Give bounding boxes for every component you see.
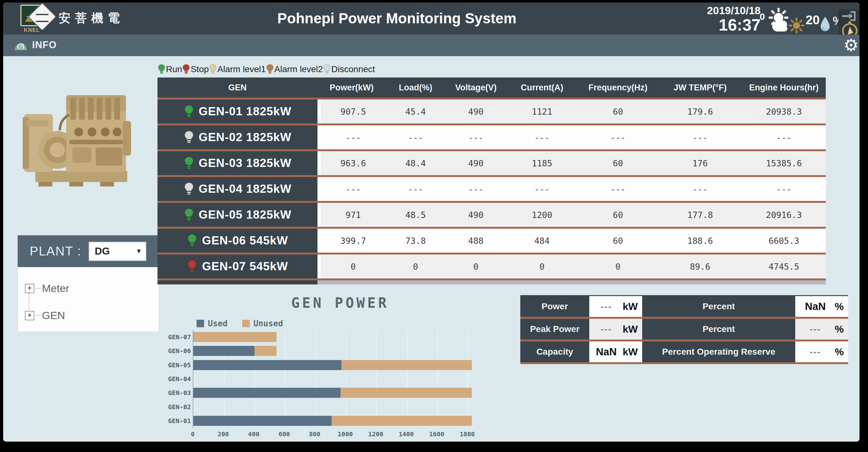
chart-y-label: GEN-01 [168,417,193,425]
table-row: GEN-04 1825kW --------------------- [157,175,826,201]
summary-label2: Percent [642,319,795,339]
bar-unused [332,416,471,426]
gen-value-cell: 20938.3 [742,99,826,123]
gen-row-label[interactable]: GEN-04 1825kW [157,177,317,201]
gridline [376,330,377,428]
plant-selector-panel: PLANT : DG ▼ [18,235,158,267]
generator-table: GENPower(kW)Load(%)Voltage(V)Current(A)F… [157,78,826,284]
gen-value-cell: 0 [445,254,506,278]
column-header: Power(kW) [317,78,386,98]
summary-unit: kW [623,346,638,358]
summary-value: --- [592,324,621,334]
table-row: GEN-05 1825kW 97148.5490120060177.820916… [157,201,826,227]
chevron-down-icon: ▼ [136,248,142,255]
temperature-sun-icon [788,18,804,33]
summary-value2: NaN [798,301,833,312]
gen-value-cell: 0 [386,254,445,278]
summary-label2: Percent Operating Reserve [642,341,795,362]
chart-x-tick: 0 [191,430,195,438]
power-summary-table: Power ---kW Percent NaN% Peak Power ---k… [520,295,848,364]
settings-gear-icon[interactable]: ⚙ [843,35,859,56]
legend-item-label: Stop [190,64,209,74]
bar-unused [340,388,472,398]
gen-row-label[interactable]: GEN-05 1825kW [157,203,317,227]
logo-text: KNEL [24,27,40,33]
tab-info[interactable]: INFO [32,39,57,51]
gen-value-cell: 907.5 [317,99,386,123]
gen-row-label[interactable]: GEN-06 545kW [157,229,317,252]
gen-value-cell: 963.6 [317,151,386,175]
summary-value2: --- [798,324,833,334]
status-bulb-icon [182,64,190,74]
weather-left-value: 0 [760,11,765,22]
status-bulb-icon [209,64,217,74]
chart-y-label: GEN-07 [168,333,193,341]
bar-used [193,416,332,426]
status-bulb-icon [184,208,194,222]
gen-value-cell: 484 [506,229,578,252]
chart-x-tick: 1600 [429,430,444,438]
status-bulb-icon [323,64,331,74]
gen-value-cell: 89.6 [658,254,742,278]
gridline [285,330,285,428]
gen-value-cell: 488 [445,229,506,252]
tree-item-gen[interactable]: + GEN [25,309,65,322]
chart-x-axis: 020040060080010001200140016001800 [193,430,472,439]
summary-unit2: % [835,324,844,335]
generator-table-body: GEN-01 1825kW 907.545.4490112160179.6209… [157,98,826,278]
page-title: Pohnepi Power Monitoring System [277,10,516,27]
legend-item-alarm2: Alarm level2 [266,64,323,74]
gen-value-cell: 48.5 [386,203,445,227]
legend-label: Used [208,319,228,328]
gen-value-cell: 179.6 [658,99,742,123]
summary-row: Capacity NaNkW Percent Operating Reserve… [520,339,848,362]
plant-select[interactable]: DG ▼ [89,242,147,261]
expand-plus-icon[interactable]: + [25,311,34,320]
gen-value-cell: --- [386,125,445,149]
gen-value-cell: 60 [578,99,658,123]
info-nav-bar: INFO ⚙ [3,35,860,57]
generator-table-header: GENPower(kW)Load(%)Voltage(V)Current(A)F… [157,78,826,98]
gen-name: GEN-05 1825kW [199,208,292,221]
gridline [468,330,468,428]
top-header-bar: KNEL 安菩機電 Pohnepi Power Monitoring Syste… [3,2,860,35]
chart-x-tick: 1800 [460,430,475,438]
app-window: KNEL 安菩機電 Pohnepi Power Monitoring Syste… [3,2,860,442]
gen-value-cell: --- [742,125,826,149]
logout-icon[interactable] [841,11,857,22]
summary-value: NaN [592,346,621,358]
status-bulb-icon [184,104,194,118]
summary-value-cell2: NaN% [795,296,848,317]
tree-connector [29,291,29,310]
gridline [315,330,316,428]
expand-plus-icon[interactable]: + [25,284,34,293]
gen-name: GEN-01 1825kW [199,105,292,118]
brand-diamond-text-mark [36,14,49,22]
gen-value-cell: --- [445,177,506,201]
gen-row-label[interactable]: GEN-03 1825kW [157,151,317,175]
summary-row: Peak Power ---kW Percent ---% [520,317,848,339]
chart-y-label: GEN-04 [168,375,193,383]
brand-cjk-text: 安菩機電 [59,10,124,26]
gen-value-cell: 490 [445,203,506,227]
chart-legend-item: Unused [242,319,283,328]
legend-item-disconnect: Disconnect [323,64,375,74]
chart-x-tick: 1400 [399,430,414,438]
gen-value-cell: 60 [578,151,658,175]
temperature-value: 20 [806,13,820,27]
legend-item-alarm1: Alarm level1 [209,64,266,74]
gen-row-label[interactable]: GEN-07 545kW [157,254,317,278]
gen-row-label[interactable]: GEN-02 1825kW [157,125,317,149]
gen-row-label[interactable]: GEN-01 1825kW [157,99,317,123]
gen-name: GEN-02 1825kW [199,131,292,144]
gen-name: GEN-06 545kW [202,234,288,247]
gen-value-cell: 4745.5 [742,254,826,278]
column-header: JW TEMP(°F) [658,78,742,98]
chart-x-tick: 1000 [338,430,353,438]
gen-power-chart: GEN POWER UsedUnused GEN-07GEN-06GEN-05G… [170,293,488,441]
chart-plot-area: GEN-07GEN-06GEN-05GEN-04GEN-03GEN-02GEN-… [193,330,472,428]
summary-value-cell: NaNkW [589,341,642,362]
gen-value-cell: 1185 [506,151,578,175]
legend-item-stop: Stop [182,64,209,74]
tree-item-meter[interactable]: + Meter [25,282,69,295]
